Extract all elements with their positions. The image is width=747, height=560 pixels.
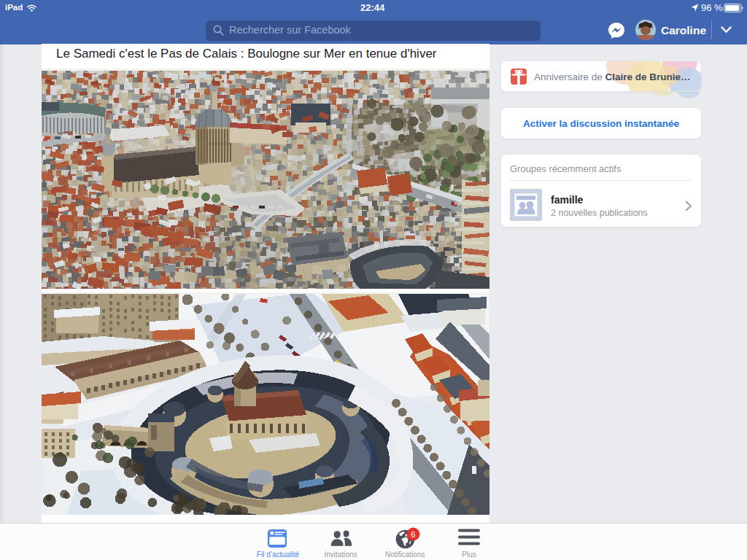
svg-text:6: 6 <box>411 530 415 539</box>
